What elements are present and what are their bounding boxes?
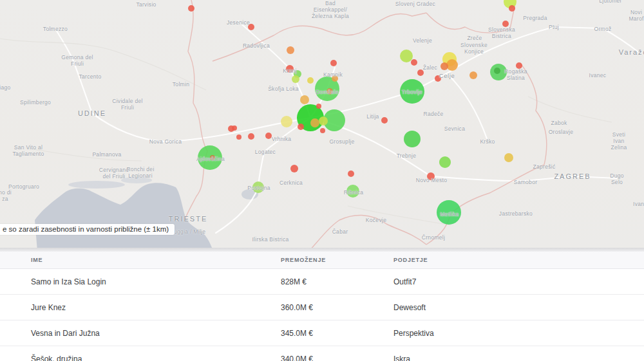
cell-wealth: 828M € (281, 277, 393, 286)
map-label: Muggia / Milje (169, 229, 206, 236)
map-label: Tarcento (79, 74, 101, 80)
map-label: Postojna (247, 185, 270, 192)
map-label: San Vito al Tagliamento (12, 145, 44, 158)
map-label: Slovenj Gradec (395, 1, 435, 8)
table-row[interactable]: Jure Knez 360.0M € Dewesoft (0, 295, 644, 320)
map-label: ZAGREB (554, 172, 591, 181)
map-label: Kranj (283, 68, 296, 75)
map-label: Ilirska Bistrica (252, 237, 289, 243)
map-label: Sveti Ivan Zelina (607, 132, 632, 151)
map-label: Spilimbergo (20, 100, 51, 106)
map-label: Čabar (332, 229, 348, 236)
map-attribution: e so zaradi zasebnosti in varnosti pribl… (0, 224, 175, 235)
map-label: Tolmezzo (43, 26, 68, 33)
map-label: Radovljica (243, 43, 270, 50)
table-row[interactable]: Samo in Iza Sia Login 828M € Outfit7 (0, 269, 644, 295)
wealth-map[interactable]: TarvisioTolmezzoGemona del FriuliTarcent… (0, 0, 644, 248)
map-label: Črnomelj (422, 235, 445, 241)
map-label: Domžale (316, 89, 339, 96)
map-label: Logatec (255, 149, 276, 156)
map-label: Kamnik (323, 72, 343, 79)
map-label: Grosuplje (329, 139, 354, 145)
map-label: Metlika (440, 212, 459, 218)
table-row[interactable]: Vesna in Dari Južna 345.0M € Perspektiva (0, 320, 644, 346)
map-label: Gemona del Friuli (61, 55, 93, 68)
map-label: Sevnica (444, 126, 465, 133)
map-label: no di za (0, 190, 12, 203)
map-label: Ajdovščina (196, 156, 225, 163)
map-label: Cerknica (279, 180, 303, 187)
map-label: Zabok (551, 120, 567, 127)
map-label: Ribnica (344, 190, 363, 196)
cell-name: Šešok, družina (31, 355, 281, 361)
map-label: UDINE (78, 109, 106, 118)
map-label: TRIESTE (169, 215, 207, 223)
map-label: Cividale del Friuli (112, 98, 143, 111)
map-label: Palmanova (92, 152, 121, 158)
map-label: Kočevje (366, 218, 386, 224)
map-label: Tolmin (173, 82, 189, 88)
map-label: Jesenice (227, 20, 250, 26)
map-label: Škofja Loka (268, 86, 299, 93)
map-label: Slovenska Bistrica (488, 27, 515, 40)
column-header-premozenje: PREMOŽENJE (281, 257, 393, 263)
map-label: Ljutomer (599, 0, 621, 5)
table-row[interactable]: Šešok, družina 340.0M € Iskra (0, 346, 644, 361)
map-label: Novo Mesto (416, 178, 447, 184)
map-label: Trebnje (397, 153, 417, 160)
cell-wealth: 360.0M € (281, 303, 393, 312)
map-label: Nova Gorica (149, 139, 182, 145)
cell-name: Vesna in Dari Južna (31, 329, 281, 338)
map-label: Ivanić (633, 201, 644, 208)
cell-company: Iskra (393, 355, 644, 361)
map-label: Ronchi dei Legionari (126, 167, 154, 180)
map-label: Portogruaro (8, 184, 39, 190)
map-label: Slovenske Konjice (460, 42, 488, 55)
map-label: Samobor (514, 180, 538, 186)
map-label: Zreče (467, 35, 482, 42)
map-label: Žalec (423, 65, 437, 71)
map-label: Varaždin (619, 48, 644, 57)
map-label: Litija (366, 114, 379, 120)
map-label: Pregrada (523, 15, 547, 22)
map-label: Ptuj (549, 24, 559, 31)
cell-name: Jure Knez (31, 303, 281, 312)
column-header-ime: IME (31, 257, 281, 263)
map-label: iago (0, 85, 11, 91)
cell-wealth: 345.0M € (281, 329, 393, 338)
map-label: Rogaška Slatina (504, 69, 527, 82)
map-label: Celje (439, 73, 455, 80)
map-label: Oroslavje (549, 129, 574, 136)
map-label: Zaprešić (533, 164, 556, 171)
map-label: Velenje (413, 38, 432, 44)
map-label: Trbovlje (402, 89, 422, 96)
map-label: Novi Marof (629, 10, 643, 23)
map-label: Vrhnika (272, 136, 292, 143)
map-label: Cervignano del Friuli (99, 167, 129, 180)
cell-company: Dewesoft (393, 303, 644, 312)
label-layer: TarvisioTolmezzoGemona del FriuliTarcent… (0, 0, 644, 248)
map-label: Krško (480, 139, 495, 145)
map-label: Ormož (594, 26, 612, 33)
map-label: Jastrebarsko (499, 211, 533, 218)
cell-company: Outfit7 (393, 277, 644, 286)
cell-company: Perspektiva (393, 329, 644, 338)
map-label: Bad Eisenkappel/ Železna Kapla (312, 1, 349, 19)
map-label: Tarvisio (136, 2, 156, 8)
cell-wealth: 340.0M € (281, 355, 393, 361)
map-label: Ivanec (589, 73, 607, 79)
table-header: IME PREMOŽENJE PODJETJE (0, 252, 644, 269)
map-label: Dugo Selo (603, 173, 630, 186)
column-header-podjetje: PODJETJE (393, 257, 644, 263)
rich-list-table: IME PREMOŽENJE PODJETJE Samo in Iza Sia … (0, 252, 644, 361)
cell-name: Samo in Iza Sia Login (31, 277, 281, 286)
map-label: Radeče (423, 111, 443, 118)
